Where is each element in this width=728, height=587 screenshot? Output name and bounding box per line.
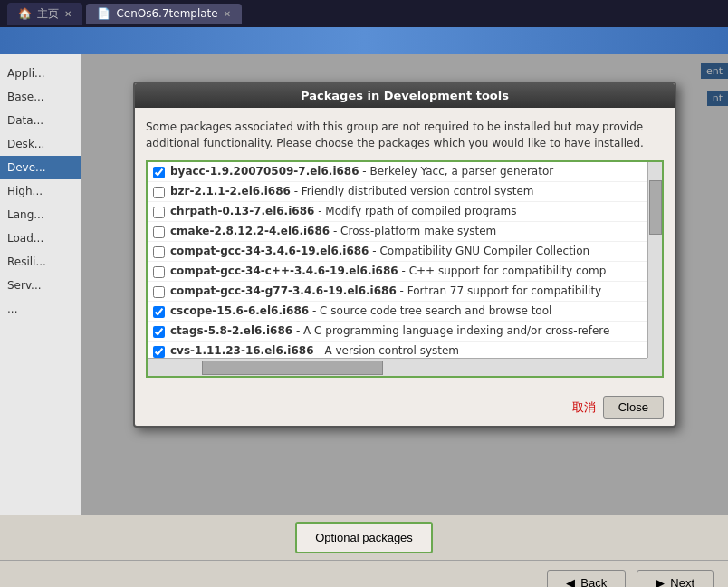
package-name: compat-gcc-34-g77-3.4.6-19.el6.i686 bbox=[170, 284, 397, 297]
back-label: Back bbox=[580, 576, 607, 587]
package-checkbox-5[interactable] bbox=[153, 266, 165, 278]
package-item: cscope-15.6-6.el6.i686 - C source code t… bbox=[148, 302, 662, 322]
package-checkbox-1[interactable] bbox=[153, 187, 165, 198]
package-text: bzr-2.1.1-2.el6.i686 - Friendly distribu… bbox=[170, 185, 533, 197]
package-desc: - Compatibility GNU Compiler Collection bbox=[369, 245, 589, 257]
back-button[interactable]: ◀ Back bbox=[547, 570, 626, 587]
sidebar-item-load[interactable]: Load... bbox=[0, 226, 81, 250]
scrollbar-corner bbox=[647, 358, 662, 376]
sidebar-item-lang[interactable]: Lang... bbox=[0, 203, 81, 226]
package-desc: - Modify rpath of compiled programs bbox=[314, 205, 516, 217]
overlay: Packages in Development tools Some packa… bbox=[81, 54, 728, 515]
sidebar-item-appli[interactable]: Appli... bbox=[0, 62, 81, 85]
right-panel: ent nt Packages in Development tools Som… bbox=[81, 54, 728, 515]
package-name: compat-gcc-34-3.4.6-19.el6.i686 bbox=[170, 245, 369, 257]
sidebar: Appli... Base... Data... Desk... Deve...… bbox=[0, 54, 81, 515]
package-checkbox-8[interactable] bbox=[153, 326, 165, 338]
package-text: cmake-2.8.12.2-4.el6.i686 - Cross-platfo… bbox=[170, 225, 496, 237]
package-name: chrpath-0.13-7.el6.i686 bbox=[170, 205, 314, 217]
package-text: chrpath-0.13-7.el6.i686 - Modify rpath o… bbox=[170, 205, 517, 217]
sidebar-item-serv[interactable]: Serv... bbox=[0, 274, 81, 297]
package-name: bzr-2.1.1-2.el6.i686 bbox=[170, 185, 291, 197]
package-item: cmake-2.8.12.2-4.el6.i686 - Cross-platfo… bbox=[148, 222, 662, 242]
optional-packages-area: Optional packages bbox=[0, 515, 728, 560]
package-checkbox-9[interactable] bbox=[153, 346, 165, 358]
sidebar-item-more[interactable]: ... bbox=[0, 297, 81, 321]
dialog-body: Some packages associated with this group… bbox=[135, 108, 675, 389]
sidebar-item-high[interactable]: High... bbox=[0, 179, 81, 203]
package-name: cmake-2.8.12.2-4.el6.i686 bbox=[170, 225, 330, 237]
dialog-title: Packages in Development tools bbox=[135, 83, 675, 108]
tab-home[interactable]: 🏠 主页 ✕ bbox=[7, 3, 82, 25]
package-desc: - A C programming language indexing and/… bbox=[292, 324, 609, 337]
package-item: byacc-1.9.20070509-7.el6.i686 - Berkeley… bbox=[148, 162, 662, 182]
tab-template[interactable]: 📄 CenOs6.7template ✕ bbox=[86, 4, 242, 24]
main-area: Appli... Base... Data... Desk... Deve...… bbox=[0, 54, 728, 515]
package-item: ctags-5.8-2.el6.i686 - A C programming l… bbox=[148, 322, 662, 342]
package-desc: - A version control system bbox=[313, 344, 459, 357]
package-desc: - C++ support for compatibility comp bbox=[398, 265, 607, 277]
package-checkbox-0[interactable] bbox=[153, 167, 165, 178]
package-item: compat-gcc-34-3.4.6-19.el6.i686 - Compat… bbox=[148, 242, 662, 262]
package-checkbox-4[interactable] bbox=[153, 246, 165, 258]
next-button[interactable]: ▶ Next bbox=[637, 570, 714, 587]
package-desc: - Cross-platform make system bbox=[330, 225, 496, 237]
close-button[interactable]: Close bbox=[603, 396, 664, 419]
package-checkbox-3[interactable] bbox=[153, 226, 165, 238]
package-text: compat-gcc-34-3.4.6-19.el6.i686 - Compat… bbox=[170, 245, 589, 257]
scrollbar-vertical[interactable] bbox=[647, 162, 662, 358]
dialog-packages: Packages in Development tools Some packa… bbox=[133, 82, 676, 428]
next-label: Next bbox=[670, 576, 694, 587]
template-icon: 📄 bbox=[97, 7, 110, 20]
package-desc: - Berkeley Yacc, a parser generator bbox=[359, 165, 554, 178]
tab-home-label: 主页 bbox=[37, 6, 59, 22]
scrollbar-thumb-v[interactable] bbox=[649, 180, 662, 235]
package-list: byacc-1.9.20070509-7.el6.i686 - Berkeley… bbox=[148, 162, 662, 361]
tab-home-close[interactable]: ✕ bbox=[64, 9, 72, 19]
scrollbar-horizontal[interactable] bbox=[148, 358, 647, 376]
dialog-footer: 取消 Close bbox=[135, 389, 675, 426]
sidebar-item-data[interactable]: Data... bbox=[0, 109, 81, 132]
package-name: byacc-1.9.20070509-7.el6.i686 bbox=[170, 165, 359, 178]
tab-template-close[interactable]: ✕ bbox=[224, 9, 231, 19]
tab-template-label: CenOs6.7template bbox=[116, 7, 217, 20]
cancel-label[interactable]: 取消 bbox=[572, 399, 596, 416]
dialog-description: Some packages associated with this group… bbox=[146, 119, 664, 151]
package-item: chrpath-0.13-7.el6.i686 - Modify rpath o… bbox=[148, 202, 662, 222]
sidebar-item-desk[interactable]: Desk... bbox=[0, 132, 81, 156]
optional-packages-button[interactable]: Optional packages bbox=[295, 522, 433, 553]
package-text: cvs-1.11.23-16.el6.i686 - A version cont… bbox=[170, 344, 459, 357]
sidebar-item-deve[interactable]: Deve... bbox=[0, 156, 81, 179]
package-name: ctags-5.8-2.el6.i686 bbox=[170, 324, 292, 337]
package-text: cscope-15.6-6.el6.i686 - C source code t… bbox=[170, 304, 551, 317]
package-text: compat-gcc-34-g77-3.4.6-19.el6.i686 - Fo… bbox=[170, 284, 601, 297]
back-icon: ◀ bbox=[566, 576, 575, 587]
scrollbar-thumb-h[interactable] bbox=[202, 361, 383, 375]
package-item: bzr-2.1.1-2.el6.i686 - Friendly distribu… bbox=[148, 182, 662, 202]
package-desc: - Friendly distributed version control s… bbox=[291, 185, 534, 197]
package-desc: - Fortran 77 support for compatibility bbox=[397, 284, 601, 297]
package-item: compat-gcc-34-g77-3.4.6-19.el6.i686 - Fo… bbox=[148, 282, 662, 302]
package-desc: - C source code tree search and browse t… bbox=[309, 304, 551, 317]
package-name: compat-gcc-34-c++-3.4.6-19.el6.i686 bbox=[170, 265, 398, 277]
sidebar-item-resili[interactable]: Resili... bbox=[0, 250, 81, 274]
package-checkbox-6[interactable] bbox=[153, 286, 165, 298]
package-list-container: byacc-1.9.20070509-7.el6.i686 - Berkeley… bbox=[146, 160, 664, 378]
package-text: compat-gcc-34-c++-3.4.6-19.el6.i686 - C+… bbox=[170, 265, 606, 277]
sidebar-item-base[interactable]: Base... bbox=[0, 85, 81, 109]
package-name: cvs-1.11.23-16.el6.i686 bbox=[170, 344, 313, 357]
next-icon: ▶ bbox=[656, 576, 665, 587]
package-text: byacc-1.9.20070509-7.el6.i686 - Berkeley… bbox=[170, 165, 553, 178]
package-name: cscope-15.6-6.el6.i686 bbox=[170, 304, 309, 317]
bottom-nav-bar: ◀ Back ▶ Next bbox=[0, 560, 728, 587]
top-bar bbox=[0, 27, 728, 54]
package-item: compat-gcc-34-c++-3.4.6-19.el6.i686 - C+… bbox=[148, 262, 662, 282]
package-checkbox-7[interactable] bbox=[153, 306, 165, 318]
title-bar: 🏠 主页 ✕ 📄 CenOs6.7template ✕ bbox=[0, 0, 728, 27]
home-icon: 🏠 bbox=[18, 7, 32, 20]
package-text: ctags-5.8-2.el6.i686 - A C programming l… bbox=[170, 324, 609, 337]
package-checkbox-2[interactable] bbox=[153, 207, 165, 218]
